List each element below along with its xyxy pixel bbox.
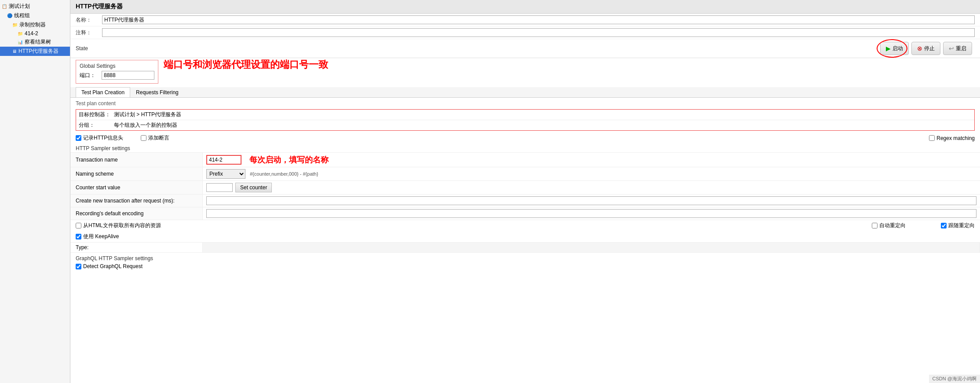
target-controller-row: 目标控制器： 测试计划 > HTTP代理服务器 xyxy=(76,110,974,120)
tab-label: Test Plan Creation xyxy=(81,89,124,96)
auto-redirect-check[interactable] xyxy=(872,223,878,228)
transaction-name-label: Transaction name xyxy=(70,153,202,167)
follow-redirect-check[interactable] xyxy=(941,223,947,228)
test-plan-content-label: Test plan content xyxy=(70,98,980,107)
sidebar-item-label: 测试计划 xyxy=(9,3,30,10)
record-http-header-checkbox[interactable]: 记录HTTP信息头 xyxy=(76,134,123,142)
naming-pattern: #{counter,number,000} - #{path} xyxy=(250,171,318,177)
results-icon: 📊 xyxy=(18,40,23,44)
start-btn-container: ▶ 启动 xyxy=(880,42,911,55)
bottom-checkbox-row-2: 使用 KeepAlive xyxy=(70,231,980,242)
sidebar-item-414-2[interactable]: 📁 414-2 xyxy=(0,29,70,37)
add-assertion-check[interactable] xyxy=(141,135,146,141)
tab-requests-filtering[interactable]: Requests Filtering xyxy=(130,87,184,97)
414-icon: 📁 xyxy=(18,31,23,36)
group-label: 分组： xyxy=(79,122,114,129)
recording-encoding-input[interactable] xyxy=(206,209,976,218)
naming-scheme-select[interactable]: Prefix Suffix Transaction xyxy=(206,169,245,179)
checkbox-row-1: 记录HTTP信息头 添加断言 Regex matching xyxy=(70,133,980,144)
auto-redirect-label: 自动重定向 xyxy=(879,222,906,229)
name-row: 名称： xyxy=(70,14,980,26)
port-input[interactable] xyxy=(102,71,154,80)
type-value xyxy=(202,242,980,253)
port-label: 端口： xyxy=(80,72,102,79)
group-value: 每个组放入一个新的控制器 xyxy=(114,122,972,129)
type-row: Type: xyxy=(70,242,980,253)
sidebar: 📋 测试计划 🔵 线程组 📁 录制控制器 📁 414-2 📊 察看结果树 🖥 H… xyxy=(0,0,70,383)
follow-redirect-checkbox[interactable]: 跟随重定向 xyxy=(941,222,975,229)
page-title: HTTP代理服务器 xyxy=(70,0,980,14)
sampler-grid: Transaction name 每次启动，填写的名称 Naming schem… xyxy=(70,152,980,220)
detect-graphql-checkbox[interactable]: Detect GraphQL Request xyxy=(76,263,975,269)
detect-graphql-check[interactable] xyxy=(76,264,81,269)
stop-button[interactable]: ⊗ 停止 xyxy=(911,42,940,55)
sidebar-item-recording-ctrl[interactable]: 📁 录制控制器 xyxy=(0,20,70,29)
global-settings-box: Global Settings 端口： xyxy=(76,60,158,84)
global-settings-title: Global Settings xyxy=(80,63,154,69)
sidebar-item-view-results[interactable]: 📊 察看结果树 xyxy=(0,37,70,47)
auto-redirect-checkbox[interactable]: 自动重定向 xyxy=(872,222,906,229)
counter-start-label: Counter start value xyxy=(70,181,202,195)
comment-row: 注释： xyxy=(70,26,980,39)
counter-start-value-row: Set counter xyxy=(202,181,980,195)
bottom-checkbox-row-1: 从HTML文件获取所有内容的资源 自动重定向 跟随重定向 xyxy=(70,220,980,231)
target-value: 测试计划 > HTTP代理服务器 xyxy=(114,111,972,118)
sidebar-item-label: 察看结果树 xyxy=(25,38,51,46)
restart-icon: ↩ xyxy=(949,45,954,52)
naming-scheme-label: Naming scheme xyxy=(70,167,202,181)
name-input[interactable] xyxy=(102,15,975,24)
start-label: 启动 xyxy=(892,45,903,52)
state-row: State ▶ 启动 ⊗ 停止 ↩ 重启 xyxy=(70,39,980,58)
regex-matching-checkbox[interactable]: Regex matching xyxy=(929,135,975,141)
target-controller-box: 目标控制器： 测试计划 > HTTP代理服务器 分组： 每个组放入一个新的控制器 xyxy=(76,109,975,131)
regex-matching-check[interactable] xyxy=(929,135,935,141)
graphql-section: GraphQL HTTP Sampler settings Detect Gra… xyxy=(70,253,980,272)
recording-ctrl-icon: 📁 xyxy=(12,22,18,27)
stop-icon: ⊗ xyxy=(917,45,922,52)
tab-test-plan-creation[interactable]: Test Plan Creation xyxy=(76,87,130,97)
follow-redirect-label: 跟随重定向 xyxy=(948,222,975,229)
footer: CSDN @海泥小鸡啊 xyxy=(929,375,980,383)
port-row: 端口： xyxy=(80,71,154,80)
record-http-header-check[interactable] xyxy=(76,135,81,141)
add-assertion-checkbox[interactable]: 添加断言 xyxy=(141,134,169,142)
fetch-resources-checkbox[interactable]: 从HTML文件获取所有内容的资源 xyxy=(76,222,161,229)
comment-input[interactable] xyxy=(102,28,975,37)
sidebar-item-thread-group[interactable]: 🔵 线程组 xyxy=(0,11,70,20)
create-transaction-value-row xyxy=(202,195,980,207)
keep-alive-check[interactable] xyxy=(76,234,81,239)
sidebar-item-label: 录制控制器 xyxy=(19,21,46,29)
target-label: 目标控制器： xyxy=(79,111,114,118)
stop-label: 停止 xyxy=(924,45,935,52)
graphql-title: GraphQL HTTP Sampler settings xyxy=(76,255,975,261)
detect-graphql-label: Detect GraphQL Request xyxy=(83,263,143,269)
restart-label: 重启 xyxy=(956,45,966,52)
thread-group-icon: 🔵 xyxy=(7,13,12,18)
naming-scheme-value-row: Prefix Suffix Transaction #{counter,numb… xyxy=(202,167,980,181)
annotation2: 每次启动，填写的名称 xyxy=(249,155,329,165)
sidebar-item-test-plan[interactable]: 📋 测试计划 xyxy=(0,2,70,11)
fetch-resources-label: 从HTML文件获取所有内容的资源 xyxy=(83,222,161,229)
state-label: State xyxy=(76,45,88,52)
transaction-name-input[interactable] xyxy=(206,155,241,165)
keep-alive-checkbox[interactable]: 使用 KeepAlive xyxy=(76,233,119,240)
create-transaction-input[interactable] xyxy=(206,196,976,205)
fetch-resources-check[interactable] xyxy=(76,223,81,228)
restart-button[interactable]: ↩ 重启 xyxy=(943,42,972,55)
comment-label: 注释： xyxy=(76,29,102,37)
set-counter-button[interactable]: Set counter xyxy=(235,183,272,192)
add-assertion-label: 添加断言 xyxy=(148,134,169,142)
http-sampler-title: HTTP Sampler settings xyxy=(70,144,980,152)
play-icon: ▶ xyxy=(886,45,891,52)
name-label: 名称： xyxy=(76,16,102,24)
main-content: HTTP代理服务器 名称： 注释： State ▶ 启动 ⊗ 停止 ↩ 重启 xyxy=(70,0,980,383)
counter-start-input[interactable] xyxy=(206,183,233,192)
group-row: 分组： 每个组放入一个新的控制器 xyxy=(76,120,974,130)
transaction-name-value-row: 每次启动，填写的名称 xyxy=(202,153,980,167)
sidebar-item-http-proxy[interactable]: 🖥 HTTP代理服务器 xyxy=(0,47,70,56)
proxy-icon: 🖥 xyxy=(12,49,17,54)
annotation-text: 端口号和浏览器代理设置的端口号一致 xyxy=(164,58,328,71)
start-button[interactable]: ▶ 启动 xyxy=(880,42,909,55)
tab-label: Requests Filtering xyxy=(136,89,179,96)
recording-encoding-label: Recording's default encoding xyxy=(70,207,202,220)
